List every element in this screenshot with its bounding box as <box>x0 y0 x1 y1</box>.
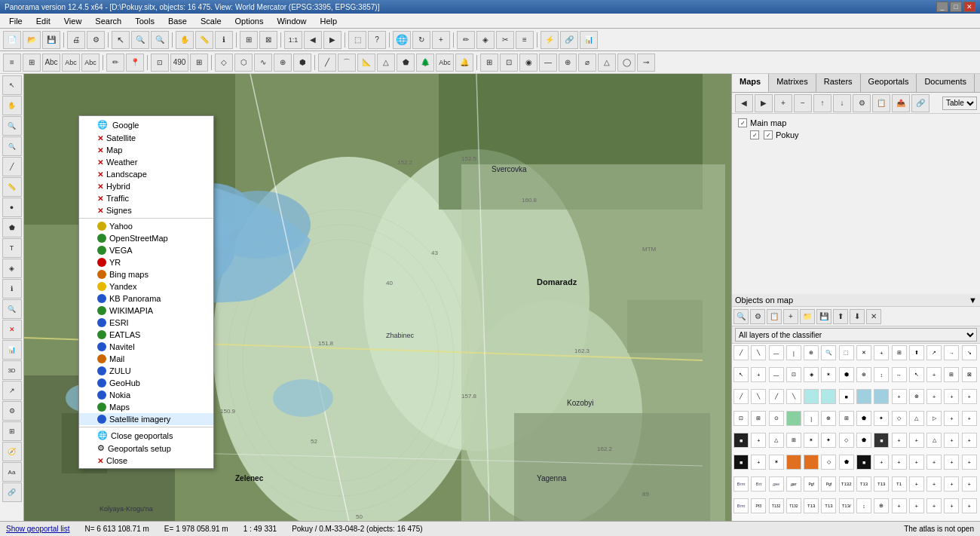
sym-85[interactable]: Brm <box>733 476 749 492</box>
sym-108[interactable]: + <box>892 498 907 513</box>
sym-41[interactable]: + <box>944 389 959 404</box>
sym-17[interactable]: — <box>769 367 784 382</box>
sym-100[interactable]: Pf3 <box>751 498 766 513</box>
sym-26[interactable]: + <box>926 367 942 382</box>
tb2-draw6[interactable]: 🌲 <box>416 54 434 72</box>
rt-down[interactable]: ↓ <box>833 94 851 112</box>
sym-77[interactable]: ⬟ <box>839 455 854 470</box>
lt-polygon[interactable]: ⬟ <box>2 218 22 237</box>
tab-rasters[interactable]: Rasters <box>816 74 861 92</box>
more-btn2[interactable]: 🔗 <box>560 31 578 49</box>
menu-maps[interactable]: Maps <box>79 401 213 413</box>
sym-43[interactable]: ⊡ <box>733 411 749 426</box>
rt-up[interactable]: ↑ <box>813 94 831 112</box>
menu-map[interactable]: ✕ Map <box>79 144 213 156</box>
obj-btn8[interactable]: ⬇ <box>850 309 865 324</box>
classifier-select[interactable]: All layers of the classifier <box>735 328 977 342</box>
obj-btn1[interactable]: 🔍 <box>733 309 749 324</box>
sym-88[interactable]: дат <box>786 476 801 492</box>
sym-49[interactable]: ⊞ <box>839 411 854 426</box>
sym-66[interactable]: + <box>892 433 907 448</box>
sym-42[interactable]: + <box>962 389 977 404</box>
menu-file[interactable]: File <box>3 15 29 27</box>
menu-navitel[interactable]: Navitel <box>79 341 213 353</box>
menu-landscape[interactable]: ✕ Landscape <box>79 168 213 180</box>
sym-69[interactable]: + <box>944 433 959 448</box>
sym-111[interactable]: + <box>944 498 959 513</box>
menu-search[interactable]: Search <box>89 15 127 27</box>
maximize-button[interactable]: □ <box>950 2 962 12</box>
obj-btn2[interactable]: ⚙ <box>750 309 765 324</box>
menu-bing[interactable]: Bing maps <box>79 268 213 280</box>
sym-94[interactable]: T1 <box>892 476 907 492</box>
tb2-btn10[interactable]: ⊞ <box>190 54 208 72</box>
sym-36[interactable] <box>856 389 871 404</box>
menu-wikimapia[interactable]: WIKIMAPIA <box>79 305 213 317</box>
sym-44[interactable]: ⊞ <box>751 411 766 426</box>
more-btn3[interactable]: 📊 <box>580 31 598 49</box>
tb2-more2[interactable]: ⊡ <box>500 54 518 72</box>
main-map-row[interactable]: Main map <box>735 117 977 129</box>
tb2-more6[interactable]: ⌀ <box>578 54 596 72</box>
sym-64[interactable]: ⬟ <box>856 433 871 448</box>
menu-geoportals-setup[interactable]: ⚙ Geoportals setup <box>79 442 213 455</box>
sym-27[interactable]: ⊞ <box>944 367 959 382</box>
menu-base[interactable]: Base <box>162 15 193 27</box>
tb2-btn4[interactable]: Abc <box>62 54 80 72</box>
menu-nokia[interactable]: Nokia <box>79 389 213 401</box>
menu-osm[interactable]: OpenStreetMap <box>79 232 213 244</box>
tab-maps[interactable]: Maps <box>732 74 769 92</box>
sym-31[interactable]: ╱ <box>769 389 784 404</box>
delete-btn[interactable]: ✂ <box>496 31 514 49</box>
identify-btn[interactable]: ? <box>368 31 386 49</box>
tb2-btn1[interactable]: ≡ <box>3 54 21 72</box>
menu-geohub[interactable]: GeoHub <box>79 377 213 389</box>
sym-7[interactable]: ⬚ <box>839 345 854 360</box>
close-button[interactable]: ✕ <box>963 2 975 12</box>
rt-more3[interactable]: 🔗 <box>911 94 929 112</box>
sym-14[interactable]: ↘ <box>962 345 977 360</box>
menu-satellite[interactable]: ✕ Satellite <box>79 132 213 144</box>
rt-forward[interactable]: ▶ <box>755 94 773 112</box>
lt-measure[interactable]: 📏 <box>2 177 22 197</box>
tb2-btn9[interactable]: 490 <box>170 54 188 72</box>
sym-54[interactable]: ▷ <box>926 411 942 426</box>
zoom-next-btn[interactable]: ▶ <box>323 31 341 49</box>
menu-traffic[interactable]: ✕ Traffic <box>79 192 213 204</box>
menu-weather[interactable]: ✕ Weather <box>79 156 213 168</box>
sym-40[interactable]: + <box>926 389 942 404</box>
lt-graph[interactable]: 📊 <box>2 340 22 360</box>
sym-84[interactable]: + <box>962 455 977 470</box>
sym-65[interactable]: ■ <box>874 433 889 448</box>
obj-btn3[interactable]: 📋 <box>767 309 782 324</box>
sym-4[interactable]: | <box>786 345 801 360</box>
zoom-in-btn[interactable]: 🔍 <box>131 31 149 49</box>
sym-102[interactable]: T132 <box>786 498 801 513</box>
sym-104[interactable]: T13 <box>821 498 836 513</box>
sym-48[interactable]: ⊕ <box>821 411 836 426</box>
tab-models[interactable]: Models <box>975 74 980 92</box>
obj-btn7[interactable]: ⬆ <box>833 309 848 324</box>
zoom-out-btn[interactable]: 🔍 <box>151 31 169 49</box>
tb2-draw8[interactable]: 🔔 <box>455 54 473 72</box>
sym-59[interactable]: △ <box>769 433 784 448</box>
pokuy-row[interactable]: Pokuy <box>735 129 977 141</box>
menu-options[interactable]: Options <box>229 15 270 27</box>
tb2-btn5[interactable]: Abc <box>81 54 100 72</box>
sym-21[interactable]: ⬢ <box>839 367 854 382</box>
sym-9[interactable]: + <box>874 345 889 360</box>
main-map-checkbox[interactable] <box>738 118 747 127</box>
tb2-btn11[interactable]: ◇ <box>215 54 233 72</box>
rt-add[interactable]: + <box>774 94 792 112</box>
show-geo-link[interactable]: Show geoportal list <box>6 525 70 533</box>
sym-95[interactable]: + <box>909 476 924 492</box>
lt-settings2[interactable]: ⚙ <box>2 401 22 421</box>
lt-3d[interactable]: 3D <box>2 360 22 380</box>
sym-1[interactable]: ╱ <box>733 345 749 360</box>
lt-text[interactable]: T <box>2 238 22 258</box>
menu-signes[interactable]: ✕ Signes <box>79 204 213 216</box>
sym-73[interactable]: ✶ <box>769 455 784 470</box>
sym-91[interactable]: T132 <box>839 476 854 492</box>
pokuy-checkbox[interactable] <box>750 130 759 139</box>
sym-38[interactable]: + <box>892 389 907 404</box>
